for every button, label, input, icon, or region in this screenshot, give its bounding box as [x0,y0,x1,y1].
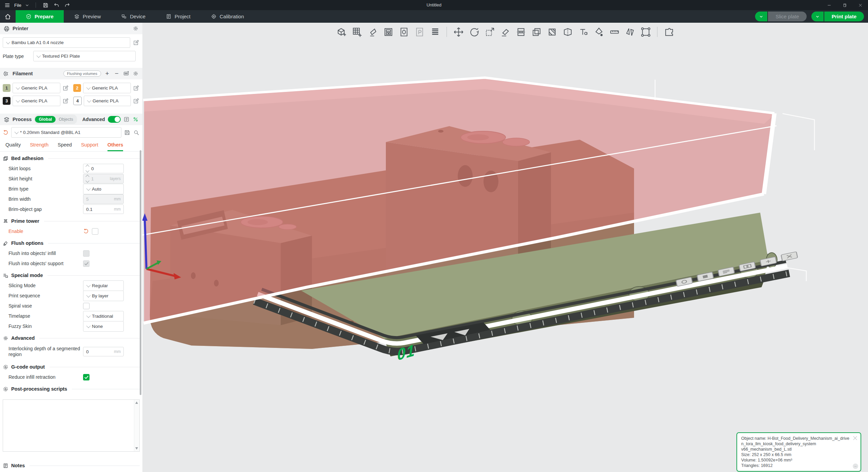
plate-label-icon[interactable] [396,24,412,39]
advanced-toggle[interactable] [108,116,121,123]
fill-paint-icon[interactable] [544,24,560,39]
tab-calibration[interactable]: Calibration [201,10,254,23]
assembly-icon[interactable] [661,24,677,39]
slice-plate-button[interactable]: Slice plate [768,12,806,21]
scroll-up-icon[interactable] [135,401,138,404]
filament-settings-gear-icon[interactable] [132,70,139,77]
color-painting-icon[interactable] [591,24,607,39]
plate-lock-icon[interactable] [412,24,427,39]
post-processing-scripts-textarea[interactable] [3,399,140,452]
gcode-output-header: G-code output [0,362,142,372]
param-table-icon[interactable] [123,116,130,123]
close-button[interactable] [852,0,868,10]
viewport-3d[interactable]: 01 [142,23,868,472]
remove-filament-button[interactable]: − [113,71,120,77]
tab-preview[interactable]: Preview [64,10,111,23]
spiral-vase-checkbox[interactable] [83,303,90,309]
process-preset-select[interactable]: * 0.20mm Standard @BBL A1 [11,127,121,138]
filament-color-chip[interactable]: 3 [3,97,11,105]
maximize-button[interactable] [837,0,852,10]
scope-objects[interactable]: Objects [56,116,76,123]
save-preset-icon[interactable] [124,129,131,136]
edit-filament-icon[interactable] [133,85,140,92]
scroll-down-icon[interactable] [135,447,138,450]
filament-color-chip[interactable]: 4 [73,97,82,105]
edit-filament-icon[interactable] [62,98,69,104]
tab-speed[interactable]: Speed [58,139,72,151]
edit-filament-icon[interactable] [62,85,69,92]
select-frame-icon[interactable] [638,24,653,39]
edit-printer-icon[interactable] [133,39,140,46]
prime-tower-checkbox[interactable] [92,228,98,235]
info-close-icon[interactable] [852,435,858,441]
add-filament-button[interactable]: + [104,71,111,77]
mirror-icon[interactable] [622,24,638,39]
place-on-face-icon[interactable] [497,24,513,39]
tab-others[interactable]: Others [107,139,123,151]
slicing-mode-select[interactable]: Regular [83,280,124,291]
brim-width-input: mm [83,194,124,204]
filament-select-1[interactable]: Generic PLA [13,83,60,93]
reset-value-icon[interactable] [83,228,89,234]
spinner-arrows[interactable] [86,165,89,172]
printer-settings-gear-icon[interactable] [132,25,139,32]
move-icon[interactable] [451,24,466,39]
print-plate-button[interactable]: Print plate [824,12,864,21]
file-menu-chevron-icon[interactable] [25,1,29,9]
measure-icon[interactable] [607,24,622,39]
tab-device[interactable]: Device [111,10,156,23]
skirt-loops-input[interactable] [83,164,124,173]
ams-sync-icon[interactable] [123,70,130,77]
tab-quality[interactable]: Quality [5,139,21,151]
plate-type-select[interactable]: Textured PEI Plate [33,51,136,61]
compare-presets-icon[interactable] [133,116,139,123]
brim-type-select[interactable]: Auto [83,184,124,194]
search-settings-icon[interactable] [133,129,140,136]
text-icon[interactable] [575,24,591,39]
clone-icon[interactable] [529,24,544,39]
file-menu[interactable]: File [14,3,21,8]
reduce-infill-retraction-checkbox[interactable] [83,374,90,380]
undo-icon[interactable] [53,1,60,9]
brim-object-gap-input[interactable]: mm [83,204,124,214]
save-icon[interactable] [42,1,50,9]
timelapse-select[interactable]: Traditional [83,311,124,321]
tab-support[interactable]: Support [81,139,98,151]
split-to-layers-icon[interactable] [513,24,529,39]
add-plate-icon[interactable] [349,24,365,39]
scope-global[interactable]: Global [35,116,56,123]
tab-project[interactable]: Project [156,10,201,23]
info-collapse-icon[interactable]: − [853,464,858,469]
print-sequence-select[interactable]: By layer [83,291,124,301]
cut-icon[interactable] [560,24,575,39]
tab-prepare[interactable]: Prepare [16,10,64,23]
tab-strength[interactable]: Strength [30,139,48,151]
home-button[interactable] [0,10,16,23]
interlocking-depth-input[interactable]: mm [83,347,124,356]
textarea-scrollbar[interactable] [134,400,139,451]
auto-orient-icon[interactable] [365,24,380,39]
reset-preset-icon[interactable] [3,130,9,136]
fuzzy-skin-select[interactable]: None [83,321,124,332]
filament-select-3[interactable]: Generic PLA [13,96,60,106]
printer-select[interactable]: Bambu Lab A1 0.4 nozzle [3,37,130,48]
redo-icon[interactable] [64,1,71,9]
menu-burger-icon[interactable] [3,1,11,9]
printer-section-title: Printer [13,26,28,31]
filament-color-chip[interactable]: 1 [3,84,11,92]
panel-scrollbar[interactable] [140,150,141,395]
edit-filament-icon[interactable] [133,98,140,104]
flushing-volumes-button[interactable]: Flushing volumes [63,71,101,77]
slice-options-chevron-icon[interactable] [755,12,767,21]
rotate-icon[interactable] [466,24,482,39]
scope-switch[interactable]: Global Objects [34,115,77,124]
filament-select-2[interactable]: Generic PLA [83,83,131,93]
variable-layer-height-icon[interactable] [427,24,443,39]
minimize-button[interactable] [821,0,837,10]
add-object-icon[interactable] [334,24,349,39]
scale-icon[interactable] [482,24,497,39]
filament-color-chip[interactable]: 2 [73,84,81,92]
filament-select-4[interactable]: Generic PLA [84,96,131,106]
arrange-icon[interactable] [380,24,396,39]
print-options-chevron-icon[interactable] [811,12,824,21]
